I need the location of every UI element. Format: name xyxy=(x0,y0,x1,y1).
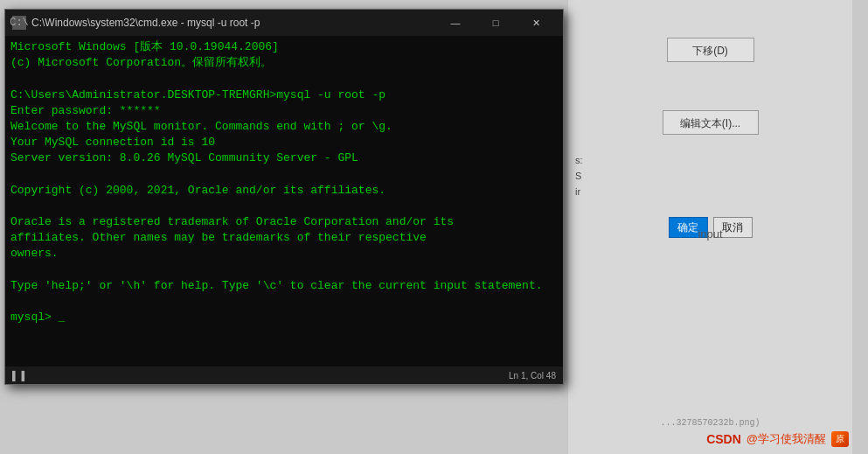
edit-text-btn[interactable]: 编辑文本(I)... xyxy=(663,110,759,135)
right-ui-item-1: s: xyxy=(568,152,852,168)
status-col: Ln 1, Col 48 xyxy=(509,371,556,381)
terminal-line: affiliates. Other names may be trademark… xyxy=(10,230,558,246)
right-ui-item-2: S xyxy=(568,168,852,184)
close-button[interactable]: ✕ xyxy=(516,10,556,36)
right-ui-panel: 下移(D) 编辑文本(I)... s: S ir 确定 取消 input ...… xyxy=(568,0,852,454)
terminal-line xyxy=(10,294,558,310)
terminal-line xyxy=(10,71,558,87)
window-controls: — □ ✕ xyxy=(435,10,556,36)
cmd-window: C:\ C:\Windows\system32\cmd.exe - mysql … xyxy=(4,9,564,385)
window-title: C:\Windows\system32\cmd.exe - mysql -u r… xyxy=(31,17,428,29)
terminal-line: Oracle is a registered trademark of Orac… xyxy=(10,214,558,230)
terminal-line: (c) Microsoft Corporation。保留所有权利。 xyxy=(10,55,558,71)
terminal-statusbar: ▌▐ Ln 1, Col 48 xyxy=(5,367,563,384)
terminal-line: Enter password: ****** xyxy=(10,103,558,119)
download-btn[interactable]: 下移(D) xyxy=(667,38,754,62)
status-left: ▌▐ xyxy=(12,371,34,381)
watermark-badge: 原 xyxy=(831,431,849,447)
cmd-icon: C:\ xyxy=(12,16,26,30)
csdn-logo: CSDN xyxy=(706,432,741,446)
maximize-button[interactable]: □ xyxy=(476,10,516,36)
terminal-line: Copyright (c) 2000, 2021, Oracle and/or … xyxy=(10,183,558,199)
terminal-line: Microsoft Windows [版本 10.0.19044.2006] xyxy=(10,39,558,55)
titlebar: C:\ C:\Windows\system32\cmd.exe - mysql … xyxy=(5,10,563,36)
terminal-line xyxy=(10,262,558,278)
terminal-line xyxy=(10,167,558,183)
minimize-button[interactable]: — xyxy=(435,10,476,36)
watermark-text: @学习使我清醒 xyxy=(746,431,826,447)
terminal-line: C:\Users\Administrator.DESKTOP-TREMGRH>m… xyxy=(10,87,558,103)
terminal-line xyxy=(10,199,558,214)
terminal-line: mysql> _ xyxy=(10,310,558,325)
terminal-line: Welcome to the MySQL monitor. Commands e… xyxy=(10,119,558,135)
input-label: input xyxy=(698,227,722,241)
right-ui-item-3: ir xyxy=(568,184,852,199)
terminal-line: Your MySQL connection id is 10 xyxy=(10,135,558,150)
terminal-body[interactable]: Microsoft Windows [版本 10.0.19044.2006](c… xyxy=(5,36,563,367)
watermark-area: CSDN @学习使我清醒 原 xyxy=(706,431,849,447)
bg-image-caption: ...3278570232b.png) xyxy=(568,418,852,428)
terminal-line: Server version: 8.0.26 MySQL Community S… xyxy=(10,150,558,166)
terminal-line: Type 'help;' or '\h' for help. Type '\c'… xyxy=(10,278,558,294)
terminal-line: owners. xyxy=(10,246,558,262)
